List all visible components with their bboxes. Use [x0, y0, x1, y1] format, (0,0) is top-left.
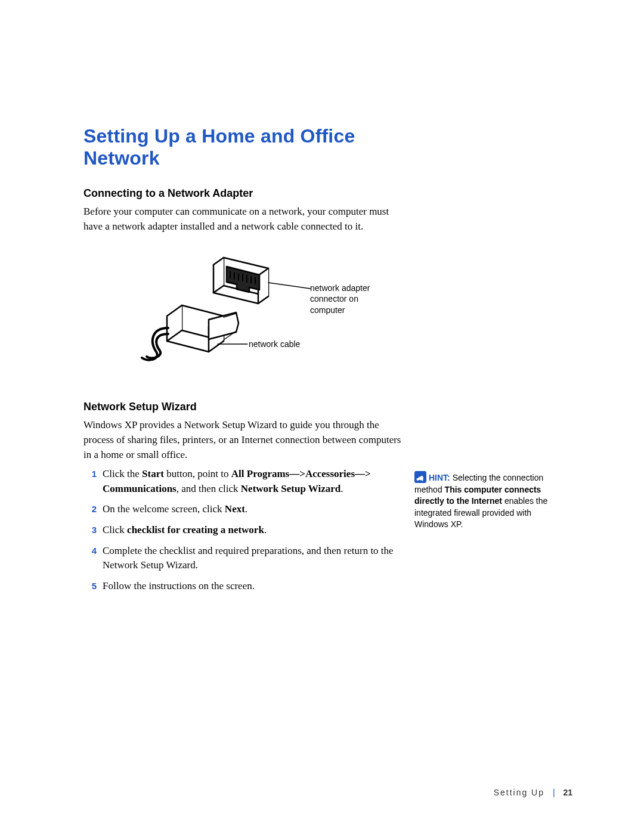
list-item: 5 Follow the instructions on the screen.: [83, 579, 405, 594]
network-adapter-illustration: [119, 252, 334, 371]
footer-section: Setting Up: [494, 788, 544, 797]
text-run: .: [340, 483, 343, 494]
network-adapter-figure: network adapter connector on computer ne…: [119, 252, 441, 383]
step-number: 3: [83, 523, 103, 538]
steps-list: 1 Click the Start button, point to All P…: [83, 467, 405, 593]
step-text: Complete the checklist and required prep…: [103, 544, 405, 573]
text-run: On the welcome screen, click: [103, 503, 225, 515]
subheading-connecting: Connecting to a Network Adapter: [83, 187, 405, 200]
paragraph-connecting: Before your computer can communicate on …: [83, 205, 405, 234]
text-run: Click: [103, 524, 127, 535]
list-item: 2 On the welcome screen, click Next.: [83, 502, 405, 517]
text-run: .: [264, 524, 267, 535]
footer-separator: |: [553, 788, 555, 797]
page-number: 21: [563, 788, 572, 797]
text-bold: Network Setup Wizard: [241, 483, 341, 494]
figure-label-cable: network cable: [249, 339, 300, 349]
step-text: Click checklist for creating a network.: [103, 523, 405, 538]
text-bold: checklist for creating a network: [127, 524, 264, 535]
step-text: On the welcome screen, click Next.: [103, 502, 405, 517]
pencil-icon: [414, 471, 426, 483]
text-run: , and then click: [177, 483, 241, 494]
text-run: Click the: [103, 468, 142, 479]
list-item: 3 Click checklist for creating a network…: [83, 523, 405, 538]
document-page: Setting Up a Home and Office Network Con…: [0, 0, 644, 833]
page-footer: Setting Up | 21: [494, 788, 572, 797]
step-number: 5: [83, 579, 103, 594]
page-title: Setting Up a Home and Office Network: [83, 125, 405, 169]
list-item: 1 Click the Start button, point to All P…: [83, 467, 405, 496]
figure-label-adapter: network adapter connector on computer: [310, 283, 388, 315]
text-run: button, point to: [164, 468, 231, 479]
subheading-wizard: Network Setup Wizard: [83, 401, 405, 413]
text-run: .: [245, 503, 247, 515]
step-text: Click the Start button, point to All Pro…: [103, 467, 405, 496]
step-number: 2: [83, 502, 103, 517]
paragraph-wizard: Windows XP provides a Network Setup Wiza…: [83, 418, 405, 462]
text-bold: Start: [142, 468, 164, 479]
step-text: Follow the instructions on the screen.: [103, 579, 405, 594]
hint-label: HINT:: [429, 473, 450, 482]
step-number: 1: [83, 467, 103, 496]
list-item: 4 Complete the checklist and required pr…: [83, 544, 405, 573]
hint-callout: HINT: Selecting the connection method Th…: [414, 471, 564, 531]
main-column: Setting Up a Home and Office Network Con…: [83, 125, 405, 594]
step-number: 4: [83, 544, 103, 573]
text-bold: Next: [225, 503, 245, 515]
